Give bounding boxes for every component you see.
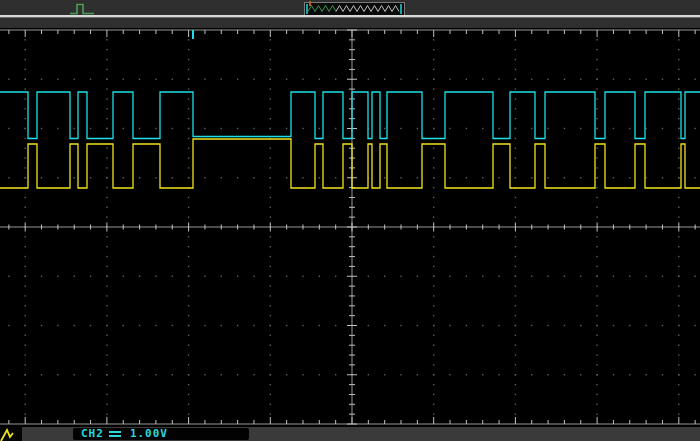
ch2-label: CH2 [81, 427, 104, 440]
status-bar: CH21.00V [0, 427, 700, 441]
oscilloscope-screen [0, 28, 700, 427]
ch1-marker-shape [1, 430, 13, 441]
trigger-pulse-icon [69, 1, 96, 15]
horizontal-zoom-window-indicator [304, 2, 405, 16]
scope-graticule-and-traces [0, 28, 700, 427]
pulse-icon-shape [70, 5, 94, 14]
top-toolbar [0, 0, 700, 28]
ch2-scale-value: 1.00V [130, 427, 168, 440]
oscilloscope-capture: CH21.00V [0, 0, 700, 441]
dc-coupling-icon [109, 431, 121, 437]
toolbar-separator [0, 15, 700, 18]
ch2-readout: CH21.00V [73, 428, 249, 440]
ch1-marker-icon [0, 427, 22, 441]
